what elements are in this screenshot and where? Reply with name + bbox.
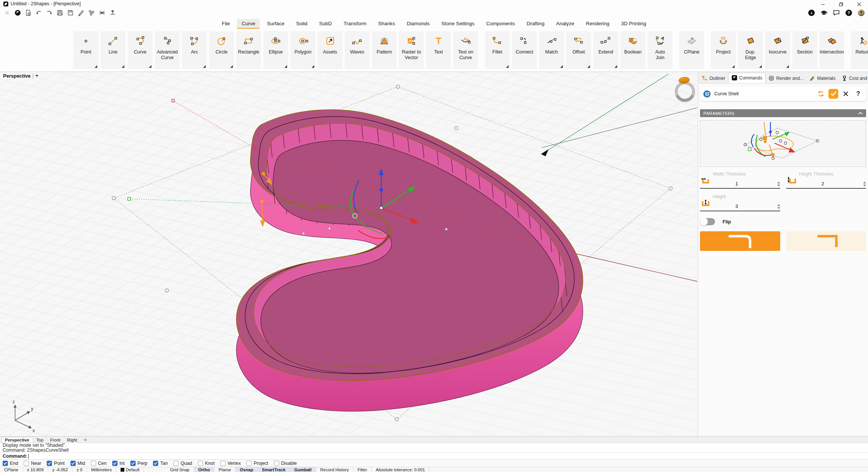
toolbar-button-ellipse[interactable]: Ellipse xyxy=(263,31,288,69)
toolbar-button-text[interactable]: Text xyxy=(426,31,451,69)
osnap-perp[interactable]: Perp xyxy=(130,461,147,466)
status-ortho[interactable]: Ortho xyxy=(194,467,214,472)
flyout-triangle-icon[interactable] xyxy=(95,65,97,68)
avatar[interactable] xyxy=(857,9,865,17)
toolbar-button-section[interactable]: Section xyxy=(792,31,817,69)
status-x-10-809[interactable]: x 10.809 xyxy=(23,467,48,472)
status-osnap[interactable]: Osnap xyxy=(235,467,258,472)
menu-tab-analyze[interactable]: Analyze xyxy=(552,19,579,29)
toolbar-button-offset[interactable]: Offset xyxy=(566,31,591,69)
panel-tab-materials[interactable]: Materials xyxy=(807,73,839,83)
flyout-triangle-icon[interactable] xyxy=(149,65,151,68)
toolbar-button-boolean[interactable]: Boolean xyxy=(620,31,645,69)
flyout-triangle-icon[interactable] xyxy=(122,65,124,68)
menu-tab-diamonds[interactable]: Diamonds xyxy=(402,19,434,29)
toolbar-button-assets[interactable]: Assets xyxy=(318,31,342,69)
file-clock-icon[interactable] xyxy=(24,9,32,17)
osnap-int[interactable]: Int xyxy=(112,461,125,466)
checkbox-checked[interactable] xyxy=(112,461,118,466)
flyout-triangle-icon[interactable] xyxy=(506,65,509,68)
status-planar[interactable]: Planar xyxy=(214,467,235,472)
toolbar-button-rectangle[interactable]: Rectangle xyxy=(236,31,261,69)
redo-icon[interactable] xyxy=(46,9,53,17)
toolbar-button-raster-to-vector[interactable]: Raster to Vector xyxy=(399,31,424,69)
toolbar-button-text-on-curve[interactable]: AaText on Curve xyxy=(453,31,478,69)
status-y-4-052[interactable]: y -4.052 xyxy=(48,467,73,472)
status-millimeters[interactable]: Millimeters xyxy=(87,467,116,472)
toolbar-button-intersection[interactable]: Intersection xyxy=(819,31,844,69)
viewport-perspective[interactable]: Perspective xyxy=(0,72,697,437)
undo-icon[interactable] xyxy=(35,9,42,17)
toolbar-button-pattern[interactable]: Pattern xyxy=(372,31,397,69)
osnap-project[interactable]: Project xyxy=(246,461,268,466)
status-default[interactable]: Default xyxy=(116,467,144,472)
toolbar-button-match[interactable]: Match xyxy=(539,31,564,69)
viewport-tab-top[interactable]: Top xyxy=(33,437,47,443)
save-icon[interactable] xyxy=(56,9,63,17)
close-small-icon[interactable] xyxy=(3,9,11,17)
pen-icon[interactable] xyxy=(77,9,84,17)
menu-tab-drafting[interactable]: Drafting xyxy=(522,19,549,29)
flyout-triangle-icon[interactable] xyxy=(786,65,789,68)
menu-tab-components[interactable]: Components xyxy=(481,19,520,29)
status-gumball[interactable]: Gumball xyxy=(290,467,316,472)
flatten-icon[interactable] xyxy=(109,9,116,17)
flyout-triangle-icon[interactable] xyxy=(230,65,233,68)
help-icon[interactable]: ? xyxy=(845,9,853,17)
flyout-triangle-icon[interactable] xyxy=(732,65,735,68)
menu-tab-surface[interactable]: Surface xyxy=(262,19,289,29)
osnap-knot[interactable]: Knot xyxy=(198,461,215,466)
height-input[interactable] xyxy=(700,203,780,211)
toolbar-button-cplane[interactable]: CPlane xyxy=(679,31,704,69)
new-viewport-icon[interactable]: ✛ xyxy=(81,437,90,443)
status-z-0[interactable]: z 0 xyxy=(72,467,87,472)
toolbar-button-curve[interactable]: Curve xyxy=(128,31,153,69)
close-button[interactable] xyxy=(850,0,868,8)
toolbar-button-waves[interactable]: Waves xyxy=(345,31,370,69)
flip-toggle[interactable] xyxy=(700,218,715,225)
minimize-button[interactable] xyxy=(814,0,832,8)
status-cplane[interactable]: CPlane xyxy=(0,467,23,472)
flyout-triangle-icon[interactable] xyxy=(587,65,590,68)
info-icon[interactable]: i xyxy=(808,9,815,17)
command-prompt[interactable]: Command: xyxy=(0,452,868,460)
viewport-tab-front[interactable]: Front xyxy=(47,437,64,443)
app-logo-icon[interactable] xyxy=(14,9,21,17)
osnap-mid[interactable]: Mid xyxy=(70,461,85,466)
osnap-vertex[interactable]: Vertex xyxy=(220,461,241,466)
height-thickness-stepper[interactable] xyxy=(863,182,866,186)
height-thickness-input[interactable] xyxy=(786,181,866,189)
width-thickness-input[interactable] xyxy=(700,181,780,189)
checkbox-checked[interactable] xyxy=(70,461,76,466)
viewport-canvas[interactable]: z y x xyxy=(0,72,697,437)
status-grid-snap[interactable]: Grid Snap xyxy=(166,467,194,472)
menu-tab-stone-settings[interactable]: Stone Settings xyxy=(437,19,479,29)
collapse-chevron-icon[interactable] xyxy=(858,112,863,115)
checkbox-unchecked[interactable] xyxy=(91,461,96,466)
toolbar-button-connect[interactable]: Connect xyxy=(512,31,537,69)
chat-icon[interactable] xyxy=(833,9,840,17)
toolbar-button-arc[interactable]: Arc xyxy=(182,31,207,69)
menu-tab-file[interactable]: File xyxy=(217,19,235,29)
parameters-header[interactable]: PARAMETERS xyxy=(700,109,866,117)
toolbar-button-project[interactable]: Project xyxy=(711,31,736,69)
osnap-point[interactable]: Point xyxy=(47,461,65,466)
corner-style-rounded-button[interactable] xyxy=(700,231,780,251)
checkbox-checked[interactable] xyxy=(3,461,8,466)
cancel-button[interactable] xyxy=(841,89,851,99)
viewport-title[interactable]: Perspective xyxy=(3,73,38,79)
panel-tab-commands[interactable]: Commands xyxy=(728,73,766,83)
viewport-tab-right[interactable]: Right xyxy=(64,437,81,443)
checkbox-checked[interactable] xyxy=(47,461,52,466)
distribute-icon[interactable] xyxy=(98,9,105,17)
status-filter[interactable]: Filter xyxy=(353,467,372,472)
height-stepper[interactable] xyxy=(777,204,780,209)
flyout-triangle-icon[interactable] xyxy=(614,65,617,68)
panel-tab-render[interactable]: Render and... xyxy=(766,73,807,83)
osnap-near[interactable]: Near xyxy=(24,461,41,466)
toolbar-button-advanced-curve[interactable]: Advanced Curve xyxy=(155,31,180,69)
learn-icon[interactable] xyxy=(820,9,828,17)
status-record-history[interactable]: Record History xyxy=(316,467,353,472)
flyout-triangle-icon[interactable] xyxy=(312,65,314,68)
toolbar-button-polygon[interactable]: Polygon xyxy=(290,31,315,69)
